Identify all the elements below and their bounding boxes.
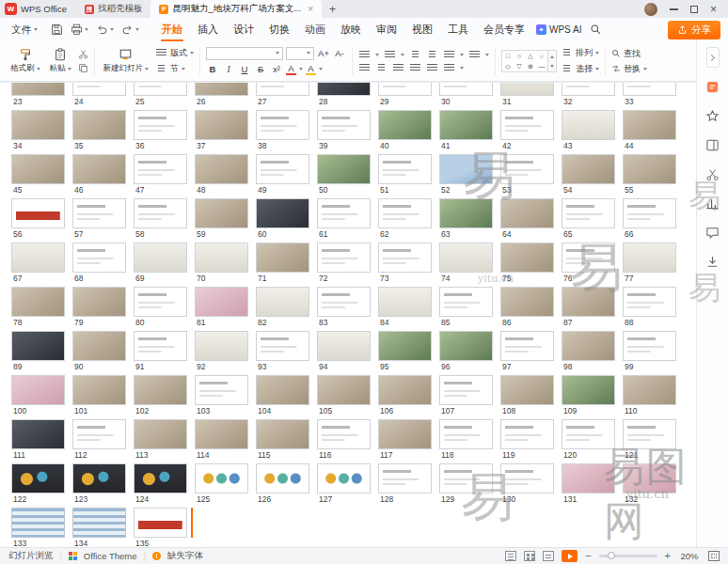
slide-thumbnail-99[interactable]	[623, 331, 676, 361]
favorites-star-icon[interactable]	[704, 108, 720, 124]
print-button[interactable]	[71, 24, 88, 36]
slide-thumbnail-105[interactable]	[317, 375, 371, 405]
slide-thumbnail-29[interactable]	[378, 83, 432, 96]
zoom-slider[interactable]	[599, 555, 657, 557]
slide-thumbnail-44[interactable]	[623, 110, 676, 140]
slide-thumbnail-36[interactable]	[134, 110, 187, 140]
file-menu-button[interactable]: 文件	[6, 24, 43, 37]
ribbon-tab-会员专享[interactable]: 会员专享	[476, 18, 532, 41]
replace-button[interactable]: 替换	[611, 63, 647, 75]
slide-thumbnail-85[interactable]	[439, 287, 493, 317]
user-avatar[interactable]	[644, 3, 657, 16]
slide-thumbnail-114[interactable]	[195, 419, 248, 449]
slide-thumbnail-106[interactable]	[378, 375, 432, 405]
slide-thumbnail-64[interactable]	[500, 198, 554, 228]
slide-thumbnail-39[interactable]	[317, 110, 371, 140]
shape-gallery-scroll[interactable]	[548, 50, 557, 72]
search-button[interactable]	[590, 24, 602, 36]
tab-close-icon[interactable]: ×	[308, 5, 313, 14]
slide-thumbnail-24[interactable]	[72, 83, 126, 96]
slide-thumbnail-88[interactable]	[623, 287, 676, 317]
slide-thumbnail-38[interactable]	[256, 110, 309, 140]
slide-thumbnail-50[interactable]	[317, 154, 371, 184]
slide-thumbnail-45[interactable]	[11, 154, 65, 184]
slide-thumbnail-121[interactable]	[623, 419, 676, 449]
slide-thumbnail-27[interactable]	[256, 83, 309, 96]
slide-thumbnail-91[interactable]	[134, 331, 187, 361]
slide-thumbnail-72[interactable]	[317, 243, 371, 273]
slide-thumbnail-55[interactable]	[623, 154, 676, 184]
slide-thumbnail-133[interactable]	[11, 508, 65, 538]
zoom-level[interactable]: 20%	[678, 551, 701, 561]
slide-thumbnail-118[interactable]	[439, 419, 493, 449]
shape-glyph[interactable]: —	[536, 61, 547, 71]
slide-thumbnail-76[interactable]	[562, 243, 615, 273]
align-right-icon[interactable]	[392, 63, 404, 73]
slide-thumbnail-51[interactable]	[378, 154, 432, 184]
slide-thumbnail-100[interactable]	[11, 375, 65, 405]
scissors-icon[interactable]	[704, 166, 720, 182]
panel-layout-icon[interactable]	[704, 137, 720, 153]
text-columns-icon[interactable]	[468, 50, 481, 60]
slide-thumbnail-47[interactable]	[134, 154, 187, 184]
shape-glyph[interactable]: ○	[514, 51, 525, 61]
align-left-icon[interactable]	[358, 63, 371, 73]
shape-glyph[interactable]: ⊕	[525, 61, 536, 71]
italic-button[interactable]: I	[222, 63, 235, 76]
slide-thumbnail-87[interactable]	[562, 287, 615, 317]
slide-thumbnail-56[interactable]	[11, 198, 65, 228]
slide-thumbnail-75[interactable]	[500, 243, 554, 273]
close-window-button[interactable]: ×	[710, 4, 717, 15]
minimize-button[interactable]	[670, 8, 678, 10]
slide-thumbnail-134[interactable]	[72, 508, 126, 538]
slide-thumbnail-128[interactable]	[378, 463, 432, 494]
slide-thumbnail-109[interactable]	[562, 375, 615, 405]
ribbon-tab-开始[interactable]: 开始	[154, 18, 190, 41]
slide-thumbnail-130[interactable]	[500, 463, 554, 494]
slide-thumbnail-40[interactable]	[378, 110, 432, 140]
slide-thumbnail-123[interactable]	[72, 463, 126, 494]
zoom-slider-knob[interactable]	[608, 552, 615, 559]
slide-thumbnail-65[interactable]	[562, 198, 615, 228]
slide-thumbnail-125[interactable]	[195, 463, 248, 494]
layout-button[interactable]: 版式	[155, 47, 194, 59]
ribbon-tab-插入[interactable]: 插入	[190, 18, 226, 41]
slide-thumbnail-66[interactable]	[623, 198, 676, 228]
slide-thumbnail-103[interactable]	[195, 375, 248, 405]
slide-thumbnail-42[interactable]	[500, 110, 554, 140]
slide-thumbnail-60[interactable]	[256, 198, 309, 228]
slide-thumbnail-35[interactable]	[72, 110, 126, 140]
font-name-select[interactable]	[206, 47, 283, 60]
reading-view-button[interactable]	[543, 551, 554, 561]
slide-thumbnail-31[interactable]	[500, 83, 554, 96]
slide-thumbnail-68[interactable]	[72, 243, 126, 273]
slide-thumbnail-62[interactable]	[378, 198, 432, 228]
slide-thumbnail-34[interactable]	[11, 110, 65, 140]
shape-glyph[interactable]: ◇	[502, 61, 514, 71]
slide-sorter-view-button[interactable]	[524, 551, 535, 561]
slide-thumbnail-120[interactable]	[562, 419, 615, 449]
slide-thumbnail-101[interactable]	[72, 375, 126, 405]
slide-thumbnail-132[interactable]	[623, 463, 676, 494]
bullet-list-icon[interactable]	[358, 50, 371, 60]
shape-glyph[interactable]: ☆	[536, 51, 547, 61]
new-slide-button[interactable]: 新建幻灯片	[101, 47, 152, 75]
arrange-button[interactable]: 排列	[561, 47, 599, 59]
slide-thumbnail-116[interactable]	[317, 419, 371, 449]
slide-thumbnail-119[interactable]	[500, 419, 554, 449]
underline-button[interactable]: U	[238, 63, 251, 76]
bold-button[interactable]: B	[206, 63, 219, 76]
select-button[interactable]: 选择	[561, 63, 599, 75]
tab-docer-search[interactable]: 搜 找稻壳模板	[76, 0, 151, 18]
slide-thumbnail-37[interactable]	[195, 110, 248, 140]
text-direction-icon[interactable]	[443, 63, 455, 73]
slide-thumbnail-81[interactable]	[195, 287, 248, 317]
font-color-button[interactable]: A	[286, 63, 296, 75]
slide-thumbnail-98[interactable]	[562, 331, 615, 361]
new-tab-button[interactable]: +	[322, 3, 343, 16]
slide-thumbnail-54[interactable]	[562, 154, 615, 184]
redo-button[interactable]	[121, 24, 139, 36]
slide-thumbnail-90[interactable]	[72, 331, 126, 361]
slide-thumbnail-113[interactable]	[134, 419, 187, 449]
distribute-text-icon[interactable]	[426, 63, 438, 73]
